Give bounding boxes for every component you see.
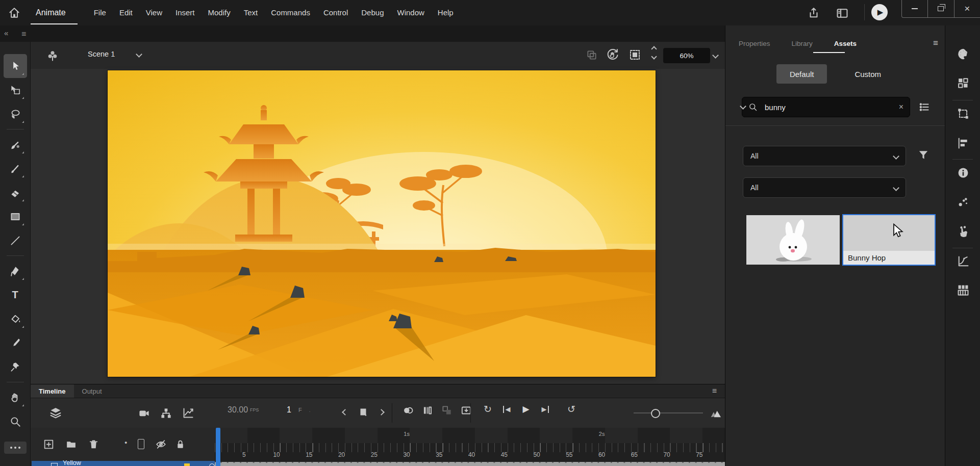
zoom-chevron-icon[interactable] [712, 52, 719, 59]
new-folder-button[interactable] [65, 438, 77, 450]
menu-commands[interactable]: Commands [264, 0, 317, 25]
menu-help[interactable]: Help [431, 0, 460, 25]
eyedropper-tool[interactable] [4, 331, 27, 355]
classic-brush-tool[interactable] [4, 157, 27, 180]
pen-tool[interactable] [4, 259, 27, 283]
layer-color-swatch[interactable] [184, 463, 190, 466]
test-movie-button[interactable]: ▶ [871, 4, 888, 20]
text-tool[interactable]: T [4, 283, 27, 307]
eraser-tool[interactable] [4, 180, 27, 204]
lasso-tool[interactable] [4, 102, 27, 126]
edit-multiple-frames-button[interactable] [441, 404, 453, 417]
asset-warp-panel-button[interactable] [957, 225, 970, 239]
camera-button[interactable] [138, 407, 150, 420]
asset-tile-bunny[interactable] [746, 215, 840, 265]
highlight-layers-icon[interactable]: ● [124, 440, 127, 445]
timeline-zoom-slider-handle[interactable] [651, 409, 660, 418]
tab-library[interactable]: Library [788, 40, 817, 47]
onion-skin-button[interactable] [402, 404, 414, 417]
close-button[interactable]: × [954, 0, 980, 17]
filter-dropdown-2[interactable]: All [743, 177, 906, 198]
custom-mode-button[interactable]: Custom [841, 64, 894, 84]
edit-symbols-button[interactable] [586, 49, 598, 61]
panel-menu-icon[interactable]: ≡ [933, 38, 938, 48]
edit-toolbar-button[interactable] [4, 442, 27, 454]
stage-canvas[interactable] [108, 70, 656, 377]
delete-layer-button[interactable] [88, 438, 99, 450]
stepper-down-icon[interactable] [651, 54, 657, 59]
menu-view[interactable]: View [139, 0, 169, 25]
step-back-button[interactable]: ◀ [500, 403, 514, 415]
insert-keyframe-button[interactable] [353, 404, 374, 420]
scene-breadcrumb[interactable]: Scene 1 [88, 50, 115, 58]
clip-content-button[interactable] [629, 48, 641, 61]
step-forward-button[interactable]: ▶ [539, 403, 552, 415]
timeline-zoom-fit-button[interactable] [709, 406, 722, 422]
menu-debug[interactable]: Debug [355, 0, 390, 25]
layers-toggle-button[interactable] [49, 406, 62, 420]
layer-outline-toggle[interactable] [209, 463, 215, 466]
home-button[interactable] [0, 7, 29, 19]
search-input[interactable] [764, 102, 893, 112]
motion-editor-panel-button[interactable] [957, 255, 970, 268]
layer-depth-button[interactable] [182, 407, 194, 420]
symbol-nav-button[interactable] [46, 49, 59, 62]
list-view-button[interactable] [918, 101, 931, 113]
onion-skin-outline-button[interactable] [421, 404, 434, 417]
transform-panel-button[interactable] [957, 107, 970, 120]
asset-pin-tool[interactable] [4, 355, 27, 379]
menu-control[interactable]: Control [317, 0, 355, 25]
toolbar-menu-icon[interactable]: ≡ [21, 30, 26, 39]
rectangle-tool[interactable] [4, 204, 27, 228]
show-hide-layers-button[interactable] [155, 438, 167, 450]
default-mode-button[interactable]: Default [776, 64, 827, 84]
swatches-panel-button[interactable] [957, 76, 970, 90]
tab-assets[interactable]: Assets [830, 40, 861, 47]
color-panel-button[interactable] [956, 47, 970, 61]
menu-modify[interactable]: Modify [202, 0, 237, 25]
timeline-menu-icon[interactable]: ≡ [712, 386, 717, 396]
playhead[interactable] [216, 428, 220, 466]
zoom-tool[interactable] [4, 409, 27, 433]
hand-tool[interactable] [4, 385, 27, 409]
share-button[interactable] [807, 6, 820, 19]
timeline-ruler[interactable]: 510152025303540455055606570751s2s [215, 428, 725, 462]
new-layer-button[interactable] [43, 438, 55, 450]
zoom-stepper[interactable] [652, 47, 656, 59]
previous-keyframe-button[interactable] [338, 404, 353, 420]
align-panel-button[interactable] [957, 137, 970, 150]
paint-bucket-tool[interactable] [4, 307, 27, 331]
subselection-transform-tool[interactable] [4, 78, 27, 102]
zoom-level-field[interactable]: 60% [663, 48, 710, 63]
restore-button[interactable] [927, 0, 953, 17]
outline-view-icon[interactable] [138, 439, 144, 449]
menu-edit[interactable]: Edit [113, 0, 139, 25]
app-menu-animate[interactable]: Animate [29, 1, 73, 24]
timeline-zoom-slider-track[interactable] [634, 412, 703, 413]
menu-insert[interactable]: Insert [169, 0, 202, 25]
tab-timeline[interactable]: Timeline [31, 384, 74, 398]
lock-layers-button[interactable] [174, 438, 186, 450]
frame-picker-panel-button[interactable] [957, 283, 970, 297]
line-tool[interactable] [4, 228, 27, 252]
snapping-panel-button[interactable] [957, 196, 970, 209]
rotate-canvas-button[interactable] [606, 48, 619, 61]
clear-search-icon[interactable]: × [899, 102, 903, 112]
reset-timeline-button[interactable]: ↺ [564, 402, 579, 416]
menu-file[interactable]: File [87, 0, 113, 25]
play-button[interactable]: ▶ [518, 403, 533, 416]
asset-tile-bunny-hop[interactable]: Bunny Hop [842, 214, 936, 266]
layer-row-selected[interactable]: Yellow Backdrop [32, 461, 215, 466]
menu-window[interactable]: Window [390, 0, 431, 25]
filter-dropdown-1[interactable]: All [743, 146, 906, 166]
asset-search-box[interactable]: × [742, 97, 910, 117]
loop-button[interactable]: ↻ [481, 402, 495, 416]
minimize-button[interactable] [902, 0, 927, 17]
filter-funnel-button[interactable] [917, 149, 929, 161]
stepper-up-icon[interactable] [651, 46, 657, 51]
next-keyframe-button[interactable] [374, 404, 389, 420]
info-panel-button[interactable] [957, 166, 970, 182]
frame-rate-display[interactable]: 30.00 FPS [228, 405, 259, 415]
scene-chevron-icon[interactable] [136, 51, 142, 58]
selection-tool[interactable] [4, 54, 27, 78]
